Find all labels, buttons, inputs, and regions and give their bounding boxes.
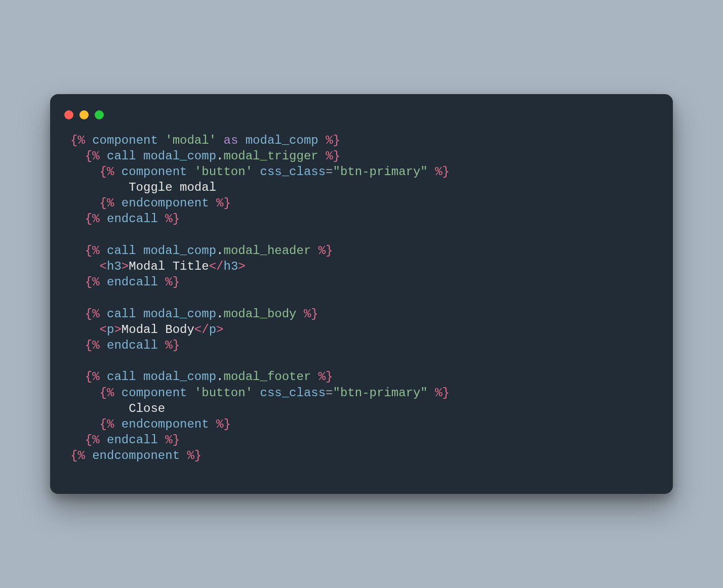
keyword-endcomponent: endcomponent xyxy=(114,417,216,431)
keyword-component: component xyxy=(114,386,194,400)
string-modal: 'modal' xyxy=(165,134,216,147)
tag-delim: %} xyxy=(216,196,231,210)
keyword-component: component xyxy=(85,134,165,147)
equals: = xyxy=(326,165,333,179)
keyword-call: call xyxy=(100,307,143,321)
dot: . xyxy=(216,307,223,321)
angle-close: > xyxy=(122,260,129,273)
tag-delim: %} xyxy=(216,417,231,431)
ident-modal-comp: modal_comp xyxy=(143,149,216,163)
tag-p: p xyxy=(107,323,114,337)
tag-delim: %} xyxy=(326,149,340,163)
text-close: Close xyxy=(129,402,165,415)
member-modal-header: modal_header xyxy=(223,244,318,258)
keyword-call: call xyxy=(100,149,143,163)
angle-open-slash: </ xyxy=(194,323,209,337)
tag-delim: {% xyxy=(70,134,85,147)
tag-delim: %} xyxy=(304,307,318,321)
tag-delim: {% xyxy=(85,370,100,384)
keyword-endcall: endcall xyxy=(100,212,166,226)
keyword-endcall: endcall xyxy=(100,339,166,352)
tag-p: p xyxy=(209,323,216,337)
space xyxy=(428,386,435,400)
stage: {% component 'modal' as modal_comp %} {%… xyxy=(0,0,723,588)
equals: = xyxy=(326,386,333,400)
angle-open-slash: </ xyxy=(209,260,224,273)
text-modal-body: Modal Body xyxy=(122,323,194,337)
tag-delim: %} xyxy=(165,339,180,352)
member-modal-trigger: modal_trigger xyxy=(223,149,326,163)
string-btn-primary: "btn-primary" xyxy=(333,386,428,400)
keyword-call: call xyxy=(100,370,143,384)
zoom-icon[interactable] xyxy=(95,110,104,119)
tag-delim: {% xyxy=(100,417,114,431)
tag-delim: {% xyxy=(85,244,100,258)
string-button: 'button' xyxy=(194,165,253,179)
angle-open: < xyxy=(100,260,107,273)
tag-delim: %} xyxy=(318,244,333,258)
ident-modal-comp: modal_comp xyxy=(143,307,216,321)
tag-delim: %} xyxy=(165,212,180,226)
dot: . xyxy=(216,244,223,258)
tag-delim: {% xyxy=(100,386,114,400)
tag-delim: {% xyxy=(85,433,100,447)
keyword-endcall: endcall xyxy=(100,433,166,447)
angle-close: > xyxy=(114,323,121,337)
code-block: {% component 'modal' as modal_comp %} {%… xyxy=(50,130,673,464)
tag-delim: %} xyxy=(435,386,450,400)
tag-h3: h3 xyxy=(223,260,238,273)
tag-delim: %} xyxy=(187,449,202,463)
tag-h3: h3 xyxy=(107,260,122,273)
keyword-endcall: endcall xyxy=(100,275,166,289)
tag-delim: {% xyxy=(85,339,100,352)
tag-delim: {% xyxy=(100,196,114,210)
ident-modal-comp: modal_comp xyxy=(246,134,326,147)
attr-css-class: css_class xyxy=(253,386,326,400)
code-window: {% component 'modal' as modal_comp %} {%… xyxy=(50,94,673,494)
tag-delim: %} xyxy=(435,165,450,179)
text-toggle-modal: Toggle modal xyxy=(129,181,216,194)
tag-delim: {% xyxy=(85,212,100,226)
keyword-component: component xyxy=(114,165,194,179)
angle-close: > xyxy=(216,323,223,337)
keyword-as: as xyxy=(216,134,246,147)
dot: . xyxy=(216,149,223,163)
keyword-endcomponent: endcomponent xyxy=(85,449,187,463)
tag-delim: %} xyxy=(326,134,340,147)
keyword-endcomponent: endcomponent xyxy=(114,196,216,210)
tag-delim: {% xyxy=(70,449,85,463)
tag-delim: {% xyxy=(85,307,100,321)
dot: . xyxy=(216,370,223,384)
string-button: 'button' xyxy=(194,386,253,400)
tag-delim: {% xyxy=(85,275,100,289)
close-icon[interactable] xyxy=(64,110,73,119)
angle-close: > xyxy=(238,260,245,273)
text-modal-title: Modal Title xyxy=(129,260,209,273)
string-btn-primary: "btn-primary" xyxy=(333,165,428,179)
attr-css-class: css_class xyxy=(253,165,326,179)
window-titlebar xyxy=(50,108,673,130)
tag-delim: %} xyxy=(318,370,333,384)
minimize-icon[interactable] xyxy=(79,110,89,119)
tag-delim: {% xyxy=(85,149,100,163)
tag-delim: %} xyxy=(165,275,180,289)
tag-delim: {% xyxy=(100,165,114,179)
keyword-call: call xyxy=(100,244,143,258)
space xyxy=(428,165,435,179)
member-modal-footer: modal_footer xyxy=(223,370,318,384)
ident-modal-comp: modal_comp xyxy=(143,244,216,258)
tag-delim: %} xyxy=(165,433,180,447)
angle-open: < xyxy=(100,323,107,337)
ident-modal-comp: modal_comp xyxy=(143,370,216,384)
member-modal-body: modal_body xyxy=(223,307,303,321)
